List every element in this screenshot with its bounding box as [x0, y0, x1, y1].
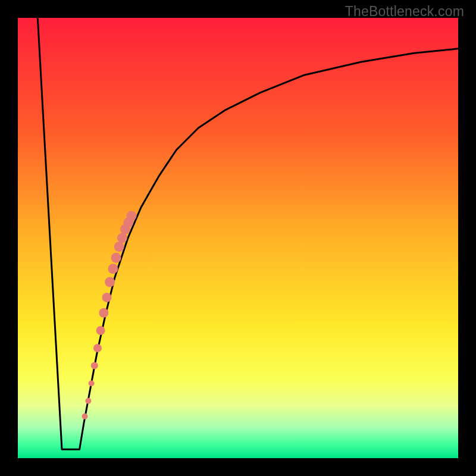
marker-dot: [89, 380, 95, 386]
marker-dot: [85, 398, 91, 404]
marker-dot: [111, 253, 121, 263]
marker-dot: [93, 344, 102, 352]
chart-frame: TheBottleneck.com: [0, 0, 476, 476]
marker-dot: [114, 242, 124, 252]
plot-area: [18, 18, 458, 458]
marker-dot: [126, 211, 136, 221]
marker-dot: [105, 277, 115, 287]
marker-dot: [117, 233, 127, 243]
marker-dot: [99, 308, 108, 318]
marker-dot: [96, 326, 105, 335]
chart-svg: [18, 18, 458, 458]
marker-dot: [102, 293, 111, 302]
watermark-text: TheBottleneck.com: [345, 4, 464, 20]
gradient-background: [18, 18, 458, 458]
marker-dot: [91, 362, 98, 369]
marker-dot: [108, 264, 118, 274]
marker-dot: [82, 414, 87, 419]
